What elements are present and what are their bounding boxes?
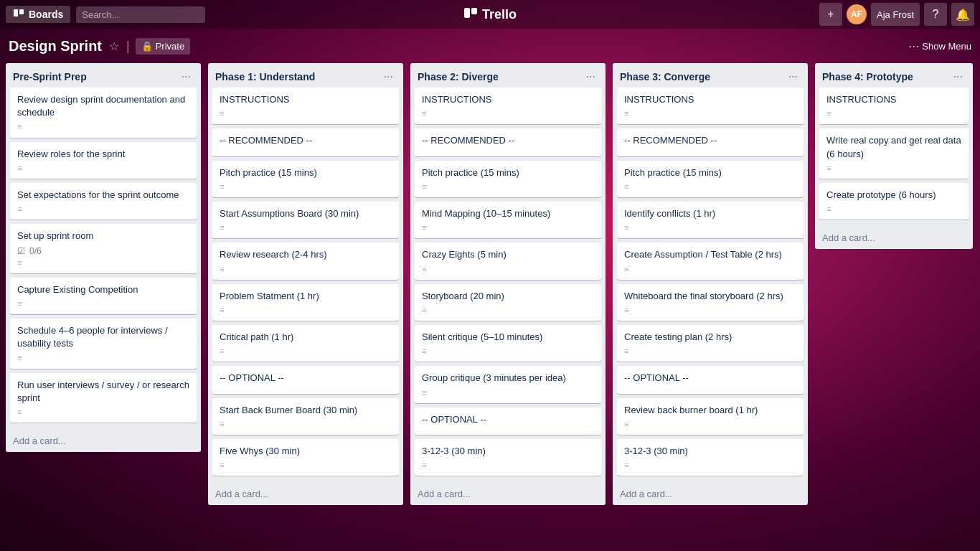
card-lines-icon: ≡ <box>826 164 961 173</box>
card-text: Mind Mapping (10–15 minutes) <box>422 207 594 220</box>
table-row[interactable]: Schedule 4–6 people for interviews / usa… <box>10 319 197 369</box>
add-card-button[interactable]: Add a card... <box>208 484 403 504</box>
table-row[interactable]: Create Assumption / Test Table (2 hrs)≡ <box>617 242 804 279</box>
table-row[interactable]: Five Whys (30 min)≡ <box>212 439 399 476</box>
search-input[interactable] <box>76 6 205 23</box>
table-row[interactable]: -- RECOMMENDED -- <box>617 128 804 156</box>
table-row[interactable]: Pitch practice (15 mins)≡ <box>415 161 601 197</box>
card-text: Five Whys (30 min) <box>220 445 392 458</box>
table-row[interactable]: INSTRUCTIONS≡ <box>819 88 969 124</box>
boards-button[interactable]: Boards <box>6 6 70 23</box>
add-card-button[interactable]: Add a card... <box>6 431 201 451</box>
user-menu-button[interactable]: Aja Frost <box>871 3 920 26</box>
boards-label: Boards <box>29 9 63 20</box>
table-row[interactable]: 3-12-3 (30 min)≡ <box>415 439 601 476</box>
card-lines-icon: ≡ <box>220 109 392 118</box>
table-row[interactable]: Storyboard (20 min)≡ <box>415 284 601 321</box>
table-row[interactable]: -- OPTIONAL -- <box>415 408 601 435</box>
card-lines-icon: ≡ <box>220 182 392 192</box>
card-text: Critical path (1 hr) <box>220 331 392 344</box>
card-text: Set expectations for the sprint outcome <box>17 189 189 202</box>
table-row[interactable]: INSTRUCTIONS≡ <box>617 88 804 124</box>
table-row[interactable]: Write real copy and get real data (6 hou… <box>819 128 969 179</box>
card-lines-icon: ≡ <box>17 353 189 362</box>
table-row[interactable]: Pitch practice (15 mins)≡ <box>212 161 399 197</box>
svg-rect-1 <box>19 9 24 14</box>
table-row[interactable]: Silent critique (5–10 minutes)≡ <box>415 325 601 362</box>
privacy-button[interactable]: 🔒 Private <box>136 38 190 55</box>
table-row[interactable]: INSTRUCTIONS≡ <box>212 88 399 124</box>
card-lines-icon: ≡ <box>17 122 189 131</box>
table-row[interactable]: Pitch practice (15 mins)≡ <box>617 161 804 197</box>
card-text: Pitch practice (15 mins) <box>624 166 796 179</box>
table-row[interactable]: -- OPTIONAL -- <box>617 366 804 393</box>
show-menu-button[interactable]: ··· Show Menu <box>908 39 971 54</box>
table-row[interactable]: 3-12-3 (30 min)≡ <box>617 439 804 476</box>
card-text: Create testing plan (2 hrs) <box>624 331 796 344</box>
table-row[interactable]: Critical path (1 hr)≡ <box>212 325 399 362</box>
table-row[interactable]: Mind Mapping (10–15 minutes)≡ <box>415 202 601 238</box>
table-row[interactable]: -- OPTIONAL -- <box>212 366 399 393</box>
add-card-button[interactable]: Add a card... <box>815 228 973 248</box>
list-title: Phase 1: Understand <box>215 71 315 83</box>
card-lines-icon: ≡ <box>826 204 961 214</box>
card-text: Set up sprint room <box>17 230 189 242</box>
card-text: Problem Statment (1 hr) <box>220 290 392 303</box>
list-menu-button[interactable]: ··· <box>381 69 396 85</box>
table-row[interactable]: Start Back Burner Board (30 min)≡ <box>212 398 399 435</box>
help-button[interactable]: ? <box>924 3 947 26</box>
card-lines-icon: ≡ <box>422 461 594 470</box>
list-cards: INSTRUCTIONS≡-- RECOMMENDED --Pitch prac… <box>613 88 808 484</box>
list-title: Phase 3: Converge <box>620 71 710 83</box>
card-lines-icon: ≡ <box>17 258 189 268</box>
table-row[interactable]: Set up sprint room☑0/6≡ <box>10 224 197 273</box>
table-row[interactable]: Review roles for the sprint≡ <box>10 142 197 179</box>
card-lines-icon: ≡ <box>17 299 189 309</box>
table-row[interactable]: INSTRUCTIONS≡ <box>415 88 601 124</box>
add-card-button[interactable]: Add a card... <box>410 484 606 504</box>
table-row[interactable]: Run user interviews / survey / or resear… <box>10 373 197 423</box>
notification-button[interactable]: 🔔 <box>951 3 974 26</box>
add-button[interactable]: + <box>819 3 842 26</box>
table-row[interactable]: Group critique (3 minutes per idea)≡ <box>415 366 601 402</box>
table-row[interactable]: Review design sprint documentation and s… <box>10 88 197 138</box>
add-card-button[interactable]: Add a card... <box>613 484 808 504</box>
table-row[interactable]: Review back burner board (1 hr)≡ <box>617 398 804 435</box>
card-text: Group critique (3 minutes per idea) <box>422 372 594 385</box>
card-lines-icon: ≡ <box>624 109 796 118</box>
list-header: Phase 1: Understand··· <box>208 63 403 88</box>
card-lines-icon: ≡ <box>624 306 796 315</box>
list-title: Pre-Sprint Prep <box>13 71 87 83</box>
card-text: INSTRUCTIONS <box>422 93 594 106</box>
card-lines-icon: ≡ <box>422 223 594 232</box>
list-menu-button[interactable]: ··· <box>179 69 194 85</box>
list-cards: INSTRUCTIONS≡-- RECOMMENDED --Pitch prac… <box>410 88 606 484</box>
card-lines-icon: ≡ <box>624 347 796 356</box>
table-row[interactable]: Crazy Eights (5 min)≡ <box>415 242 601 279</box>
table-row[interactable]: Set expectations for the sprint outcome≡ <box>10 183 197 220</box>
card-text: Start Assumptions Board (30 min) <box>220 207 392 220</box>
card-text: -- OPTIONAL -- <box>220 372 392 385</box>
table-row[interactable]: Start Assumptions Board (30 min)≡ <box>212 202 399 238</box>
table-row[interactable]: -- RECOMMENDED -- <box>415 128 601 156</box>
svg-rect-2 <box>464 8 470 18</box>
card-text: Run user interviews / survey / or resear… <box>17 379 189 405</box>
table-row[interactable]: Whiteboard the final storyboard (2 hrs)≡ <box>617 284 804 321</box>
avatar: AF <box>847 4 867 24</box>
table-row[interactable]: -- RECOMMENDED -- <box>212 128 399 156</box>
list-header: Phase 3: Converge··· <box>613 63 808 88</box>
list-menu-button[interactable]: ··· <box>786 69 801 85</box>
table-row[interactable]: Problem Statment (1 hr)≡ <box>212 284 399 321</box>
app-logo: Trello <box>463 7 517 22</box>
card-text: Capture Existing Competition <box>17 283 189 296</box>
star-button[interactable]: ☆ <box>108 39 121 53</box>
table-row[interactable]: Review research (2-4 hrs)≡ <box>212 242 399 279</box>
table-row[interactable]: Create testing plan (2 hrs)≡ <box>617 325 804 362</box>
table-row[interactable]: Identify conflicts (1 hr)≡ <box>617 202 804 238</box>
table-row[interactable]: Create prototype (6 hours)≡ <box>819 183 969 220</box>
list-menu-button[interactable]: ··· <box>951 69 966 85</box>
table-row[interactable]: Capture Existing Competition≡ <box>10 278 197 314</box>
list-menu-button[interactable]: ··· <box>583 69 598 85</box>
card-text: INSTRUCTIONS <box>220 93 392 106</box>
card-text: Start Back Burner Board (30 min) <box>220 404 392 417</box>
